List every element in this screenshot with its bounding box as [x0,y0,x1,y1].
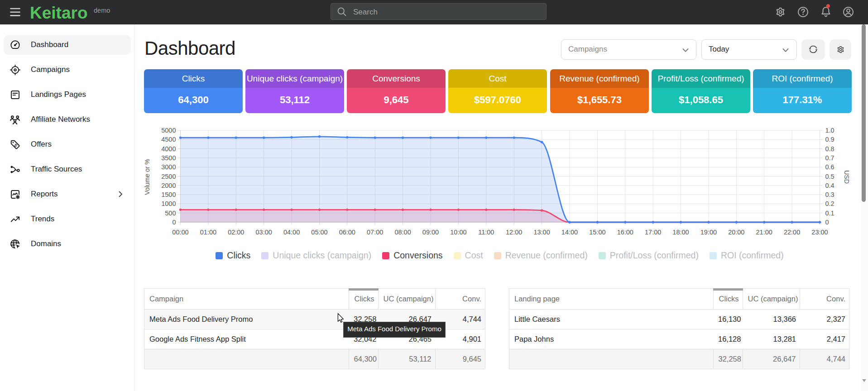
svg-text:0.6: 0.6 [825,163,834,171]
svg-text:0.7: 0.7 [825,154,834,162]
svg-text:20:00: 20:00 [728,229,744,236]
svg-text:01:00: 01:00 [200,229,216,236]
svg-text:08:00: 08:00 [394,229,411,236]
svg-text:09:00: 09:00 [422,229,439,236]
svg-text:4500: 4500 [161,136,176,143]
svg-text:02:00: 02:00 [228,229,244,236]
svg-text:10:00: 10:00 [450,229,466,236]
svg-text:13:00: 13:00 [533,229,550,236]
svg-text:18:00: 18:00 [672,229,689,236]
svg-text:19:00: 19:00 [700,229,717,236]
svg-text:0.8: 0.8 [825,145,834,153]
svg-text:00:00: 00:00 [172,229,188,236]
svg-text:500: 500 [165,210,176,217]
svg-text:3500: 3500 [161,154,176,162]
svg-text:21:00: 21:00 [756,229,772,236]
svg-text:1500: 1500 [161,191,176,198]
svg-text:0.5: 0.5 [825,173,834,180]
svg-text:23:00: 23:00 [811,229,828,236]
svg-text:14:00: 14:00 [561,229,578,236]
svg-text:0.4: 0.4 [825,182,834,189]
svg-text:22:00: 22:00 [784,229,800,236]
svg-text:2500: 2500 [161,173,176,180]
svg-text:Volume or %: Volume or % [144,159,151,195]
svg-text:S: S [13,143,18,148]
svg-text:16:00: 16:00 [617,229,633,236]
svg-text:1.0: 1.0 [825,127,834,134]
svg-text:0: 0 [825,219,829,226]
svg-text:15:00: 15:00 [589,229,605,236]
svg-text:0: 0 [172,219,176,226]
svg-text:USD: USD [843,170,850,184]
svg-text:05:00: 05:00 [311,229,327,236]
svg-text:0.2: 0.2 [825,200,834,207]
svg-text:4000: 4000 [161,145,176,153]
svg-text:07:00: 07:00 [367,229,383,236]
svg-text:3000: 3000 [161,163,176,171]
svg-text:04:00: 04:00 [283,229,300,236]
svg-text:5000: 5000 [161,127,176,134]
svg-text:0.9: 0.9 [825,136,834,143]
svg-text:17:00: 17:00 [645,229,661,236]
svg-text:1000: 1000 [161,200,176,207]
svg-text:12:00: 12:00 [506,229,522,236]
svg-text:0.1: 0.1 [825,210,834,217]
svg-text:11:00: 11:00 [478,229,494,236]
svg-text:03:00: 03:00 [256,229,272,236]
svg-text:0.3: 0.3 [825,191,834,198]
svg-text:2000: 2000 [161,182,176,189]
svg-text:06:00: 06:00 [339,229,355,236]
